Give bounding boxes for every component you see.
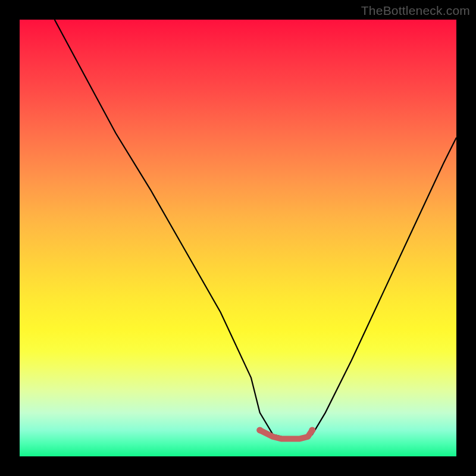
bottleneck-flat-zone-line [260, 430, 312, 439]
flat-zone-dot-left [256, 427, 263, 433]
plot-area [20, 20, 456, 456]
flat-zone-dot-right [309, 427, 315, 433]
bottleneck-curve-line [55, 20, 456, 439]
chart-frame: TheBottleneck.com [0, 0, 476, 476]
chart-svg [20, 20, 456, 456]
watermark-text: TheBottleneck.com [361, 4, 470, 18]
